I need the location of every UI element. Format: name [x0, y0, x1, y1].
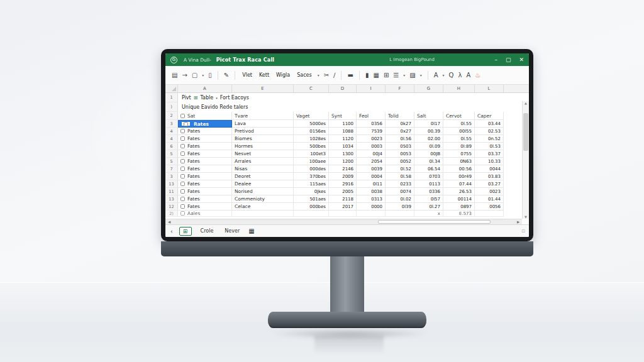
cell-value[interactable]: 0l.09: [414, 143, 443, 150]
cell-value[interactable]: 0l.02: [386, 195, 414, 203]
cell-value[interactable]: 00r49: [443, 173, 475, 180]
cell-value[interactable]: 0x27: [386, 128, 414, 135]
font-color-icon[interactable]: A: [434, 72, 438, 79]
column-header-D[interactable]: D: [329, 85, 357, 92]
dropdown-icon[interactable]: ▾: [202, 73, 204, 77]
cell-value[interactable]: 2054: [357, 158, 386, 165]
cell-value[interactable]: 1088: [329, 128, 357, 135]
vertical-scroll-thumb[interactable]: [523, 113, 528, 151]
checkbox[interactable]: [180, 114, 185, 118]
column-title-cell[interactable]: Salt: [414, 112, 443, 120]
menu-kett[interactable]: Kett: [258, 72, 270, 78]
cell-value[interactable]: 7539: [357, 128, 386, 135]
insert-table-icon[interactable]: ⊞: [384, 72, 389, 79]
cell-value[interactable]: 501aes: [294, 195, 329, 203]
checkbox[interactable]: [184, 122, 188, 126]
checkbox[interactable]: [180, 167, 185, 171]
cell-value[interactable]: 1028es: [294, 135, 329, 143]
cell-value[interactable]: 0l.53: [475, 143, 504, 150]
scroll-right-icon[interactable]: ▶: [514, 220, 522, 224]
row-number[interactable]: 5: [165, 150, 178, 158]
cell-value[interactable]: 00l55: [443, 128, 475, 135]
scroll-left-icon[interactable]: ◀: [165, 220, 173, 224]
cell-value[interactable]: 0044: [475, 165, 504, 173]
cell-type[interactable]: Biomes: [232, 135, 294, 143]
cell-value[interactable]: 0n.52: [475, 135, 504, 143]
cell-value[interactable]: 03.27: [475, 180, 504, 188]
cell-value[interactable]: 0023: [475, 188, 504, 195]
cell-name[interactable]: Pates: [178, 128, 232, 135]
cell-value[interactable]: 0755: [443, 150, 475, 158]
save-icon[interactable]: ▤: [172, 72, 177, 79]
checkbox[interactable]: [180, 182, 185, 186]
cell-value[interactable]: 00JB: [414, 150, 443, 158]
cell-type[interactable]: Deoret: [232, 173, 294, 180]
cell-value[interactable]: 0l.55: [443, 120, 475, 128]
menu-saces[interactable]: Saces: [296, 72, 313, 78]
cell-value[interactable]: 2005: [329, 188, 357, 195]
row-number[interactable]: 4: [165, 128, 178, 135]
selected-checkbox-cell[interactable]: [180, 121, 191, 127]
cell-type[interactable]: Commenioty: [232, 195, 294, 203]
column-header-L[interactable]: L: [475, 85, 504, 92]
cell-value[interactable]: 0052: [386, 158, 414, 165]
cell-value[interactable]: 0l:89: [443, 143, 475, 150]
row-number[interactable]: 3: [165, 120, 178, 128]
cell-name[interactable]: Fates: [178, 173, 232, 180]
cell-line1[interactable]: Pivt⊞Table▾Fort Eacoys: [178, 95, 249, 101]
cell-value[interactable]: 2017: [329, 203, 357, 211]
dropdown-icon[interactable]: ▾: [403, 73, 405, 77]
cell-value[interactable]: 0l39: [386, 203, 414, 211]
cell-value[interactable]: 2916: [329, 180, 357, 188]
cell-value[interactable]: 02.00: [414, 135, 443, 143]
cell-value[interactable]: 00114: [443, 195, 475, 203]
checkbox[interactable]: [180, 151, 185, 156]
cell-value[interactable]: 100et3: [294, 150, 329, 158]
column-title-cell[interactable]: Vaget: [294, 112, 329, 120]
column-header-C[interactable]: C: [294, 85, 329, 92]
cell-value[interactable]: 0023: [357, 135, 386, 143]
column-title-cell[interactable]: Feol: [357, 112, 386, 120]
cell-value[interactable]: E.573: [443, 211, 475, 217]
cell-value[interactable]: x: [414, 211, 443, 217]
cell-value[interactable]: 0l.58: [386, 173, 414, 180]
cell-value[interactable]: 100aee: [294, 158, 329, 165]
checkbox[interactable]: [180, 189, 185, 194]
cell-value[interactable]: 0l.52: [386, 165, 414, 173]
cell-value[interactable]: 0336: [414, 188, 443, 195]
sheet-tab-crole[interactable]: Crole: [198, 228, 216, 234]
cell-name[interactable]: Fates: [178, 143, 232, 150]
cell-name[interactable]: Fates: [178, 158, 232, 165]
cell-value[interactable]: 0313: [357, 195, 386, 203]
column-title-cell[interactable]: Tolid: [386, 112, 414, 120]
menu-wigla[interactable]: Wigla: [275, 72, 291, 78]
cell-value[interactable]: 0k27: [386, 120, 414, 128]
column-title-cell[interactable]: Cervot: [443, 112, 475, 120]
italic-icon[interactable]: ∕: [333, 72, 335, 79]
row-number[interactable]: 11: [165, 188, 178, 195]
active-sheet-tab[interactable]: ⊞: [179, 227, 192, 236]
dropdown-icon[interactable]: ▾: [443, 73, 445, 77]
menu-vlet[interactable]: Vlet: [241, 72, 253, 78]
sheet-tab-never[interactable]: Never: [222, 228, 242, 234]
select-all-corner[interactable]: [165, 85, 178, 92]
checkbox[interactable]: [180, 174, 185, 178]
cells-icon[interactable]: ▮: [365, 72, 369, 79]
font-icon[interactable]: A: [466, 72, 470, 79]
column-header-H[interactable]: H: [443, 85, 475, 92]
cell-value[interactable]: 0897: [443, 203, 475, 211]
cell-value[interactable]: 2146: [329, 165, 357, 173]
close-button[interactable]: ✕: [519, 57, 524, 63]
cell-value[interactable]: 115aes: [294, 180, 329, 188]
cell-value[interactable]: 0703: [414, 173, 443, 180]
cell-value[interactable]: 06.54: [414, 165, 443, 173]
maximize-button[interactable]: ▢: [506, 57, 511, 63]
format-painter-icon[interactable]: ✎: [224, 72, 229, 79]
cell-value[interactable]: 1200: [329, 158, 357, 165]
checkbox[interactable]: [180, 144, 185, 148]
tab-back-icon[interactable]: ‹: [170, 228, 173, 234]
cell-value[interactable]: 10.33: [475, 158, 504, 165]
column-title-cell[interactable]: Synt: [329, 112, 357, 120]
minimize-button[interactable]: –: [494, 57, 497, 63]
cell-value[interactable]: 0039: [357, 165, 386, 173]
